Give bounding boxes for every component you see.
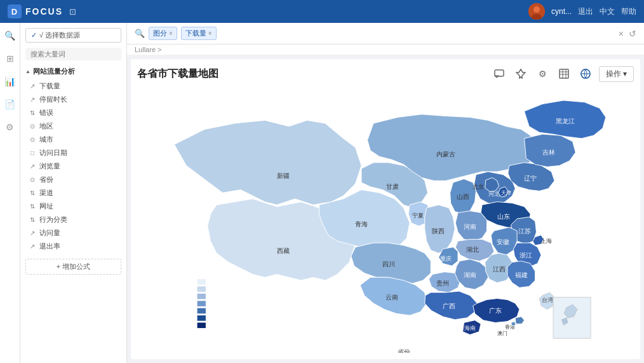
label-shanghai: 上海 [540, 238, 552, 244]
field-item-region[interactable]: ⊙ 地区 [25, 120, 121, 132]
label-jiangxi: 江西 [493, 266, 506, 273]
field-icon-region: ⊙ [28, 123, 37, 130]
province-hongkong[interactable] [515, 317, 524, 324]
op-button[interactable]: 操作 ▾ [599, 66, 634, 82]
settings-icon[interactable]: ⚙ [534, 65, 551, 82]
legend-6 [198, 315, 206, 321]
field-icon-pageviews: ↗ [28, 163, 37, 170]
filter-datasource-btn[interactable]: ✓ √ 选择数据源 [25, 28, 121, 43]
nav-right: cynt... 退出 中文 帮助 [528, 3, 636, 20]
south-sea-box [553, 298, 591, 339]
sidebar-settings-icon[interactable]: ⚙ [3, 120, 18, 135]
field-item-duration[interactable]: ↗ 停留时长 [25, 93, 121, 106]
comment-icon[interactable] [491, 65, 507, 82]
field-icon-bounce: ↗ [28, 243, 37, 250]
filter-datasource-icon: ✓ [31, 31, 37, 39]
field-item-province[interactable]: ⊙ 省份 [25, 174, 121, 186]
add-formula-btn[interactable]: + 增加公式 [25, 259, 121, 275]
field-icon-visits: ↗ [28, 229, 37, 236]
sidebar-file-icon[interactable]: 📄 [3, 97, 18, 112]
field-icon-duration: ↗ [28, 96, 37, 103]
field-item-downloads[interactable]: ↗ 下载量 [25, 80, 121, 92]
label-shandong: 山东 [497, 213, 510, 220]
label-fujian: 福建 [515, 271, 528, 278]
chart-header: 各省市下载量地图 ⚙ 操作 [137, 65, 634, 82]
nav-share-icon[interactable]: ⊡ [69, 7, 76, 17]
field-item-visits[interactable]: ↗ 访问量 [25, 227, 121, 239]
label-sichuan: 四川 [382, 261, 395, 268]
label-tianjin: 天津 [501, 190, 511, 196]
field-item-date[interactable]: □ 访问日期 [25, 147, 121, 159]
province-aomen[interactable] [511, 322, 516, 327]
field-item-bounce[interactable]: ↗ 退出率 [25, 240, 121, 252]
sidebar-search-icon[interactable]: 🔍 [3, 28, 18, 43]
map-chart-icon[interactable] [577, 65, 594, 82]
label-shanxi: 山西 [457, 193, 469, 200]
label-hubei: 湖北 [466, 246, 479, 253]
field-item-behavior[interactable]: ⇅ 行为分类 [25, 214, 121, 226]
label-jilin: 吉林 [542, 149, 555, 156]
op-chevron-icon: ▾ [623, 69, 627, 78]
label-xinjiang: 新疆 [277, 172, 290, 179]
label-guangxi: 广西 [443, 303, 455, 310]
filter-bar-right: × ↺ [619, 29, 636, 39]
logo-d-icon: D [8, 4, 22, 18]
svg-point-1 [533, 6, 540, 13]
icon-sidebar: 🔍 ⊞ 📊 📄 ⚙ [0, 23, 20, 363]
section-title: 网站流量分析 [25, 67, 121, 76]
legend-2 [198, 287, 206, 292]
filter-refresh-icon[interactable]: ↺ [629, 29, 636, 39]
field-item-pageviews[interactable]: ↗ 浏览量 [25, 160, 121, 172]
field-icon-behavior: ⇅ [28, 216, 37, 223]
field-item-url[interactable]: ⇅ 网址 [25, 200, 121, 212]
label-guizhou: 贵州 [436, 280, 449, 287]
label-hunan: 湖南 [464, 271, 476, 278]
logo-text: FOCUS [25, 6, 63, 17]
logo: D FOCUS [8, 4, 63, 18]
label-aomen: 澳门 [497, 331, 507, 336]
filter-clear-icon[interactable]: × [619, 29, 624, 39]
label-anhui: 安徽 [497, 238, 509, 245]
sidebar-home-icon[interactable]: ⊞ [3, 51, 18, 66]
filter-tag-downloads-close[interactable]: × [208, 30, 212, 37]
label-heilongjiang: 黑龙江 [556, 118, 575, 125]
filter-tag-province[interactable]: 图分 × [149, 27, 177, 40]
label-hainan: 海南 [464, 325, 476, 331]
left-panel: ✓ √ 选择数据源 网站流量分析 ↗ 下载量 ↗ 停留时长 ⇅ 错误 ⊙ 地区 [20, 23, 127, 363]
username: cynt... [551, 7, 572, 16]
legend-1 [198, 279, 206, 285]
label-beijing: 北京 [473, 184, 484, 190]
table-icon[interactable] [556, 65, 572, 82]
label-qinghai: 青海 [355, 221, 368, 228]
field-icon-url: ⇅ [28, 203, 37, 210]
pin-icon[interactable] [513, 65, 529, 82]
sidebar-chart-icon[interactable]: 📊 [3, 74, 18, 89]
legend-7 [198, 323, 206, 329]
search-field-input[interactable] [25, 48, 121, 60]
field-icon-error: ⇅ [28, 109, 37, 116]
china-map-svg: 新疆 西藏 青海 甘肃 内蒙古 宁夏 [137, 87, 634, 353]
label-gansu: 甘肃 [386, 183, 399, 190]
field-icon-date: □ [28, 149, 37, 156]
label-zhejiang: 浙江 [520, 252, 532, 259]
legend-3 [198, 294, 206, 299]
label-tibet: 西藏 [277, 247, 290, 254]
svg-rect-4 [560, 69, 568, 78]
main-content: 🔍 图分 × 下载量 × × ↺ Lullare > 各省市下载量地图 [127, 23, 644, 363]
logout-link[interactable]: 退出 [578, 6, 593, 17]
label-neimenggu: 内蒙古 [436, 151, 455, 158]
filter-tag-province-close[interactable]: × [169, 30, 173, 37]
field-icon-channel: ⇅ [28, 189, 37, 196]
field-item-channel[interactable]: ⇅ 渠道 [25, 187, 121, 199]
field-item-city[interactable]: ⊙ 城市 [25, 134, 121, 146]
chart-area: 各省市下载量地图 ⚙ 操作 [131, 59, 640, 359]
legend-4 [198, 301, 206, 306]
lang-link[interactable]: 中文 [600, 6, 615, 17]
help-link[interactable]: 帮助 [621, 6, 636, 17]
avatar[interactable] [528, 3, 545, 20]
map-container: 新疆 西藏 青海 甘肃 内蒙古 宁夏 [137, 87, 634, 353]
province-xinjiang[interactable] [175, 120, 362, 205]
filter-tag-downloads[interactable]: 下载量 × [181, 27, 217, 40]
field-list: ↗ 下载量 ↗ 停留时长 ⇅ 错误 ⊙ 地区 ⊙ 城市 □ 访问日期 [25, 80, 121, 252]
field-item-error[interactable]: ⇅ 错误 [25, 107, 121, 119]
